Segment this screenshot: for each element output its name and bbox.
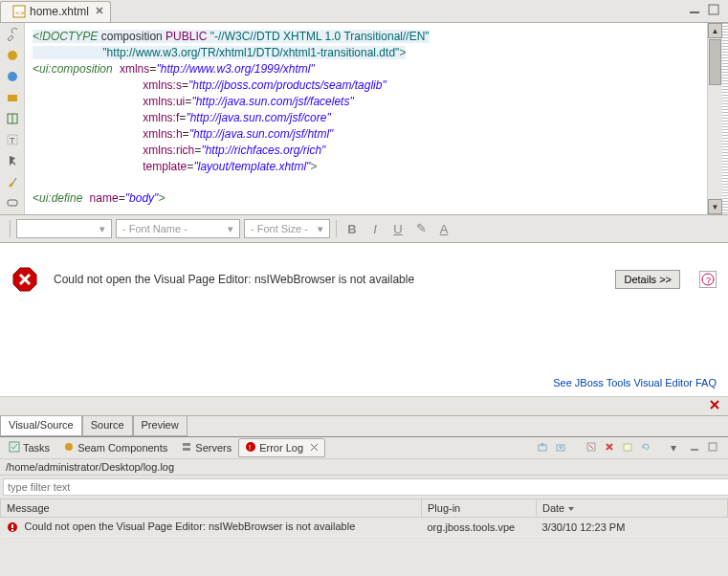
column-header-plugin[interactable]: Plug-in — [422, 499, 537, 518]
svg-line-13 — [12, 178, 16, 184]
details-button[interactable]: Details >> — [615, 270, 680, 289]
palette-icon[interactable] — [5, 48, 20, 63]
tools-icon[interactable] — [5, 27, 20, 42]
minimize-icon[interactable] — [689, 441, 702, 454]
editor-view-tabs: Visual/Source Source Preview — [0, 415, 728, 436]
right-gutter — [722, 23, 728, 214]
svg-text:T: T — [10, 136, 15, 145]
svg-rect-41 — [11, 524, 13, 528]
svg-rect-38 — [691, 449, 698, 451]
svg-rect-36 — [624, 444, 631, 451]
panel-close-bar — [0, 396, 728, 415]
tab-visual-source[interactable]: Visual/Source — [0, 416, 82, 436]
scroll-down-icon[interactable]: ▼ — [708, 199, 722, 214]
help-icon[interactable]: ? — [699, 271, 717, 288]
minimize-icon[interactable] — [688, 3, 701, 19]
vertical-toolbar: T — [0, 23, 25, 214]
font-color-button[interactable]: A — [434, 219, 453, 238]
svg-point-23 — [65, 443, 73, 451]
error-row-icon — [7, 521, 18, 533]
editor-tab-bar: <> home.xhtml — [0, 0, 728, 23]
svg-rect-24 — [183, 443, 190, 446]
clear-log-icon[interactable] — [585, 441, 599, 454]
maximize-icon[interactable] — [707, 3, 720, 19]
code-text[interactable]: <!DOCTYPE composition PUBLIC "-//W3C//DT… — [25, 23, 707, 214]
svg-rect-39 — [709, 443, 717, 451]
tab-seam-components[interactable]: Seam Components — [56, 438, 174, 457]
xhtml-file-icon: <> — [12, 5, 26, 18]
tab-servers[interactable]: Servers — [174, 438, 238, 457]
table-row[interactable]: Could not open the Visual Page Editor: n… — [1, 518, 728, 537]
tab-preview[interactable]: Preview — [133, 416, 188, 436]
format-toolbar: ▾ - Font Name -▾ - Font Size -▾ B I U ✎ … — [0, 214, 728, 243]
svg-rect-4 — [690, 11, 699, 13]
svg-text:<>: <> — [15, 9, 25, 17]
globe-icon[interactable] — [5, 69, 20, 84]
faq-link[interactable]: See JBoss Tools Visual Editor FAQ — [553, 377, 717, 388]
editor-tab-title: home.xhtml — [30, 5, 89, 18]
servers-icon — [181, 441, 192, 454]
seam-icon — [63, 441, 75, 454]
column-header-message[interactable]: Message — [1, 499, 422, 518]
svg-line-33 — [589, 445, 593, 449]
filter-input[interactable] — [3, 478, 728, 496]
source-editor[interactable]: <!DOCTYPE composition PUBLIC "-//W3C//DT… — [25, 23, 728, 214]
row-plugin: org.jboss.tools.vpe — [422, 518, 537, 537]
editor-main: T <!DOCTYPE composition PUBLIC "-//W3C//… — [0, 23, 728, 214]
stop-error-icon — [11, 266, 38, 293]
delete-log-icon[interactable] — [604, 441, 617, 454]
export-log-icon[interactable] — [537, 441, 550, 454]
block-format-dropdown[interactable]: ▾ — [16, 219, 112, 238]
tasks-icon — [9, 441, 20, 454]
svg-rect-25 — [183, 448, 190, 451]
editor-header-actions — [688, 3, 720, 19]
restore-log-icon[interactable] — [640, 441, 653, 454]
view-menu-icon[interactable]: ▾ — [671, 441, 684, 454]
error-log-icon: ! — [245, 441, 256, 454]
folder-icon[interactable] — [5, 90, 20, 105]
error-log-table: Message Plug-in Date Could not open the … — [0, 498, 728, 537]
error-log-toolbar: ▾ — [537, 441, 720, 454]
open-log-icon[interactable] — [622, 441, 635, 454]
svg-point-6 — [8, 51, 17, 60]
close-panel-icon[interactable] — [709, 400, 720, 413]
grid-icon[interactable] — [5, 111, 20, 126]
svg-text:?: ? — [706, 276, 711, 285]
svg-text:!: ! — [249, 443, 251, 452]
tab-error-log[interactable]: ! Error Log — [238, 438, 325, 457]
log-file-path: /home/administrator/Desktop/log.log — [0, 459, 728, 476]
tag-icon[interactable] — [5, 195, 20, 210]
close-icon[interactable] — [95, 5, 104, 18]
row-message: Could not open the Visual Page Editor: n… — [25, 521, 356, 532]
column-header-date[interactable]: Date — [537, 499, 728, 518]
font-size-dropdown[interactable]: - Font Size -▾ — [244, 219, 330, 238]
vertical-scrollbar[interactable]: ▲ ▼ — [707, 23, 722, 214]
bottom-view-tabs: Tasks Seam Components Servers ! Error Lo… — [0, 436, 728, 459]
scroll-up-icon[interactable]: ▲ — [708, 23, 722, 38]
svg-rect-8 — [8, 95, 17, 101]
maximize-icon[interactable] — [707, 441, 720, 454]
svg-rect-5 — [709, 5, 718, 14]
underline-button[interactable]: U — [388, 219, 408, 238]
cursor-icon[interactable] — [5, 153, 20, 168]
visual-editor-error-panel: Could not open the Visual Page Editor: n… — [0, 243, 728, 396]
text-icon[interactable]: T — [5, 132, 20, 147]
close-icon[interactable] — [310, 442, 319, 454]
error-message-text: Could not open the Visual Page Editor: n… — [54, 273, 600, 286]
brush-icon[interactable] — [5, 174, 20, 189]
editor-tab[interactable]: <> home.xhtml — [0, 1, 111, 22]
svg-point-7 — [8, 72, 17, 81]
highlight-button[interactable]: ✎ — [411, 219, 430, 238]
svg-rect-42 — [11, 529, 13, 531]
font-name-dropdown[interactable]: - Font Name -▾ — [116, 219, 240, 238]
svg-rect-14 — [8, 200, 17, 206]
bold-button[interactable]: B — [342, 219, 362, 238]
tab-source[interactable]: Source — [82, 416, 133, 436]
scroll-thumb[interactable] — [709, 39, 721, 85]
tab-tasks[interactable]: Tasks — [2, 438, 56, 457]
import-log-icon[interactable] — [555, 441, 568, 454]
italic-button[interactable]: I — [365, 219, 385, 238]
row-date: 3/30/10 12:23 PM — [537, 518, 728, 537]
chevron-down-icon — [564, 502, 574, 514]
